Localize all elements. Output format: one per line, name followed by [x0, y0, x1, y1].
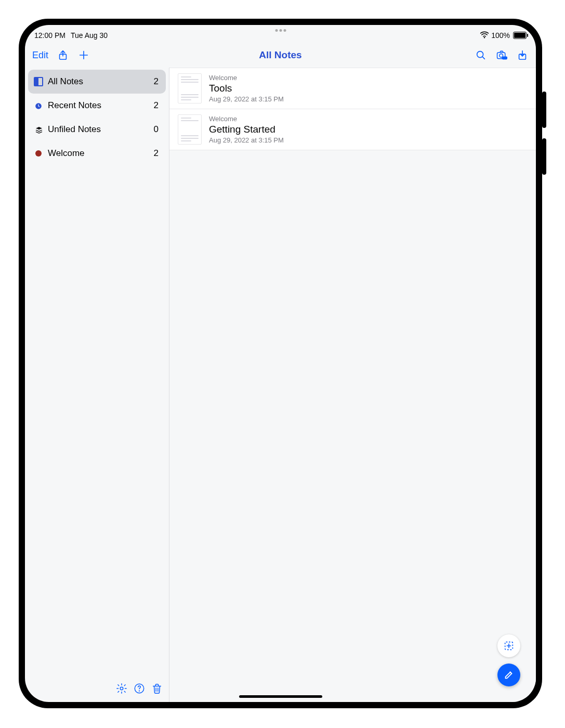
- sidebar-item-label: Unfiled Notes: [48, 124, 101, 135]
- notes-list: Welcome Tools Aug 29, 2022 at 3:15 PM We…: [169, 68, 536, 702]
- compose-button[interactable]: [497, 664, 520, 686]
- device-frame: 12:00 PM Tue Aug 30 100% Edit: [19, 19, 542, 708]
- note-date: Aug 29, 2022 at 3:15 PM: [209, 95, 284, 103]
- device-volume-down: [542, 138, 546, 175]
- sidebar-footer: [25, 677, 169, 702]
- note-title: Tools: [209, 83, 284, 95]
- import-icon[interactable]: [516, 49, 529, 61]
- all-notes-icon: [33, 77, 44, 86]
- gear-icon[interactable]: [116, 683, 127, 696]
- share-icon[interactable]: [57, 49, 69, 61]
- sidebar-item-count: 2: [154, 148, 159, 159]
- folder-icon: [33, 150, 44, 157]
- svg-point-11: [139, 691, 140, 691]
- device-volume-up: [542, 92, 546, 128]
- svg-point-9: [120, 687, 123, 690]
- search-icon[interactable]: [475, 49, 487, 61]
- selection-new-button[interactable]: [497, 634, 520, 657]
- note-date: Aug 29, 2022 at 3:15 PM: [209, 136, 284, 144]
- status-bar: 12:00 PM Tue Aug 30 100%: [25, 25, 536, 43]
- multitask-dots[interactable]: [275, 29, 286, 32]
- page-title: All Notes: [25, 49, 536, 61]
- note-category: Welcome: [209, 74, 284, 82]
- battery-icon: [512, 32, 527, 39]
- note-thumbnail: [178, 114, 202, 145]
- svg-text:NEW: NEW: [502, 57, 507, 59]
- home-indicator[interactable]: [239, 695, 322, 698]
- sidebar: All Notes 2 Recent Notes 2: [25, 68, 169, 702]
- sidebar-item-all-notes[interactable]: All Notes 2: [28, 70, 166, 94]
- sidebar-item-label: All Notes: [48, 76, 83, 87]
- battery-percent: 100%: [491, 31, 510, 40]
- sidebar-item-count: 0: [154, 124, 159, 135]
- note-row[interactable]: Welcome Tools Aug 29, 2022 at 3:15 PM: [169, 68, 536, 109]
- note-row[interactable]: Welcome Getting Started Aug 29, 2022 at …: [169, 109, 536, 150]
- sidebar-item-label: Recent Notes: [48, 100, 101, 111]
- status-time: 12:00 PM: [34, 31, 65, 40]
- toolbar: Edit All Notes NEW: [25, 43, 536, 68]
- svg-point-0: [484, 37, 485, 38]
- sidebar-item-unfiled-notes[interactable]: Unfiled Notes 0: [28, 118, 166, 141]
- note-category: Welcome: [209, 115, 284, 123]
- screen: 12:00 PM Tue Aug 30 100% Edit: [25, 25, 536, 702]
- edit-button[interactable]: Edit: [32, 50, 48, 61]
- sidebar-item-count: 2: [154, 76, 159, 87]
- camera-new-icon[interactable]: NEW: [495, 49, 508, 61]
- sidebar-item-count: 2: [154, 100, 159, 111]
- status-date: Tue Aug 30: [71, 31, 108, 40]
- clock-icon: [33, 102, 44, 109]
- plus-icon[interactable]: [77, 49, 90, 61]
- wifi-icon: [480, 30, 489, 41]
- note-thumbnail: [178, 73, 202, 103]
- sidebar-item-recent-notes[interactable]: Recent Notes 2: [28, 94, 166, 118]
- trash-icon[interactable]: [151, 683, 163, 696]
- stack-icon: [33, 126, 44, 133]
- sidebar-list: All Notes 2 Recent Notes 2: [25, 70, 169, 677]
- note-title: Getting Started: [209, 124, 284, 136]
- help-icon[interactable]: [134, 683, 145, 696]
- sidebar-item-welcome[interactable]: Welcome 2: [28, 141, 166, 165]
- sidebar-item-label: Welcome: [48, 148, 85, 159]
